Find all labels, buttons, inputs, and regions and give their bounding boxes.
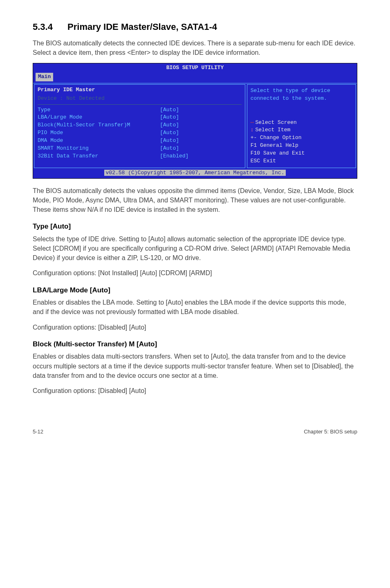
bios-key-row: +- Change Option xyxy=(251,134,352,142)
bios-item-value: [Auto] xyxy=(160,129,179,137)
bios-tab-bar: Main xyxy=(33,73,357,83)
bios-item: SMART Monitoring [Auto] xyxy=(38,145,242,153)
bios-key-label: Select Screen xyxy=(255,119,296,127)
bios-body: Primary IDE Master Device : Not Detected… xyxy=(33,83,357,169)
bios-item-label: Type xyxy=(38,106,160,114)
bios-item-value: [Auto] xyxy=(160,114,179,121)
arrows-ud-icon: ↕ xyxy=(251,126,254,134)
section-number: 5.3.4 xyxy=(33,20,53,34)
bios-footer-text: v02.58 (C)Copyright 1985-2007, American … xyxy=(104,170,286,176)
bios-device-row: Device : Not Detected xyxy=(38,95,242,105)
bios-key-label: Select Item xyxy=(255,126,290,134)
arrows-lr-icon: ↔ xyxy=(251,119,254,127)
bios-key-row: ↔Select Screen xyxy=(251,119,352,127)
bios-screenshot: BIOS SETUP UTILITY Main Primary IDE Mast… xyxy=(33,63,357,178)
bios-item-label: Block(Multi-Sector Transfer)M xyxy=(38,121,160,129)
bios-key-row: F1 General Help xyxy=(251,142,352,150)
bios-item-label: LBA/Large Mode xyxy=(38,114,160,121)
bios-item-label: 32Bit Data Transfer xyxy=(38,153,160,160)
bios-key-row: F10 Save and Exit xyxy=(251,150,352,157)
bios-item: 32Bit Data Transfer [Enabled] xyxy=(38,153,242,160)
type-paragraph: Selects the type of IDE drive. Setting t… xyxy=(33,234,357,263)
bios-title: BIOS SETUP UTILITY xyxy=(33,63,357,73)
bios-footer: v02.58 (C)Copyright 1985-2007, American … xyxy=(33,169,357,178)
bios-key-help: ↔Select Screen ↕Select Item +- Change Op… xyxy=(251,119,352,165)
bios-item-label: DMA Mode xyxy=(38,137,160,145)
bios-item-value: [Enabled] xyxy=(160,153,188,160)
bios-item: Type [Auto] xyxy=(38,106,242,114)
bios-item-label: PIO Mode xyxy=(38,129,160,137)
lba-options: Configuration options: [Disabled] [Auto] xyxy=(33,323,357,332)
page-number: 5-12 xyxy=(33,428,43,436)
type-options: Configuration options: [Not Installed] [… xyxy=(33,268,357,278)
block-options: Configuration options: [Disabled] [Auto] xyxy=(33,386,357,395)
bios-item: PIO Mode [Auto] xyxy=(38,129,242,137)
lba-heading: LBA/Large Mode [Auto] xyxy=(33,285,357,296)
bios-right-pane: Select the type of device connected to t… xyxy=(247,84,356,168)
bios-item-value: [Auto] xyxy=(160,121,179,129)
bios-item-value: [Auto] xyxy=(160,145,179,153)
page-footer: 5-12 Chapter 5: BIOS setup xyxy=(33,428,357,436)
bios-key-row: ↕Select Item xyxy=(251,126,352,134)
block-heading: Block (Multi-sector Transfer) M [Auto] xyxy=(33,339,357,350)
bios-item: Block(Multi-Sector Transfer)M [Auto] xyxy=(38,121,242,129)
after-bios-paragraph: The BIOS automatically detects the value… xyxy=(33,186,357,215)
bios-tab-main: Main xyxy=(36,73,53,81)
type-heading: Type [Auto] xyxy=(33,222,357,232)
bios-item: DMA Mode [Auto] xyxy=(38,137,242,145)
bios-help-text: Select the type of device connected to t… xyxy=(251,87,352,103)
section-heading: 5.3.4 Primary IDE Master/Slave, SATA1-4 xyxy=(33,20,357,34)
bios-left-pane: Primary IDE Master Device : Not Detected… xyxy=(34,84,245,168)
bios-item-value: [Auto] xyxy=(160,106,179,114)
bios-item-value: [Auto] xyxy=(160,137,179,145)
bios-key-row: ESC Exit xyxy=(251,157,352,165)
bios-pane-header: Primary IDE Master xyxy=(38,86,242,95)
section-title: Primary IDE Master/Slave, SATA1-4 xyxy=(67,22,217,32)
intro-paragraph: The BIOS automatically detects the conne… xyxy=(33,38,357,57)
block-paragraph: Enables or disables data multi-sectors t… xyxy=(33,352,357,380)
bios-item: LBA/Large Mode [Auto] xyxy=(38,114,242,121)
lba-paragraph: Enables or disables the LBA mode. Settin… xyxy=(33,298,357,316)
bios-item-label: SMART Monitoring xyxy=(38,145,160,153)
chapter-label: Chapter 5: BIOS setup xyxy=(304,428,357,436)
